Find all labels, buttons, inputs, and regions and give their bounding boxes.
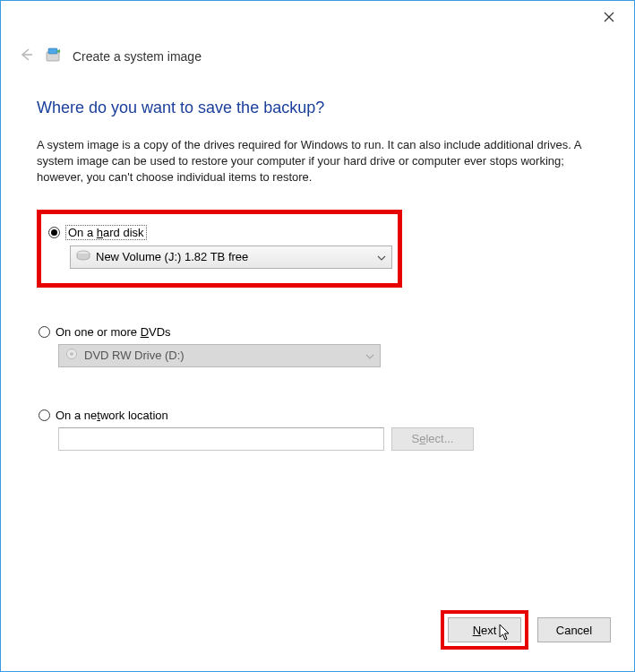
chevron-down-icon	[365, 350, 374, 361]
titlebar	[1, 1, 634, 35]
page-title: Create a system image	[73, 49, 202, 64]
wizard-window: Create a system image Where do you want …	[0, 0, 635, 672]
option-dvd-label: On one or more DVDs	[56, 325, 171, 339]
option-hard-disk[interactable]: On a hard disk	[48, 225, 390, 240]
main-description: A system image is a copy of the drives r…	[37, 137, 598, 186]
radio-icon	[48, 227, 60, 238]
close-icon[interactable]	[600, 11, 618, 25]
hard-disk-dropdown[interactable]: New Volume (J:) 1.82 TB free	[70, 246, 392, 269]
option-network-section: On a network location Select...	[37, 409, 598, 451]
chevron-down-icon	[377, 252, 386, 263]
next-button[interactable]: Next	[448, 617, 521, 642]
hard-disk-selected-value: New Volume (J:) 1.82 TB free	[96, 250, 372, 263]
back-arrow-icon	[17, 46, 35, 66]
drive-icon	[76, 250, 90, 263]
dvd-selected-value: DVD RW Drive (D:)	[84, 349, 360, 362]
network-row: Select...	[58, 427, 598, 451]
next-button-highlight: Next	[441, 610, 528, 650]
option-network[interactable]: On a network location	[37, 409, 598, 422]
main-heading: Where do you want to save the backup?	[37, 99, 598, 117]
option-network-label: On a network location	[56, 409, 168, 422]
cursor-icon	[499, 624, 511, 642]
network-path-input[interactable]	[58, 427, 384, 451]
svg-rect-2	[48, 48, 57, 54]
content: Where do you want to save the backup? A …	[1, 66, 634, 451]
svg-point-5	[71, 353, 73, 356]
option-hard-disk-label: On a hard disk	[65, 225, 147, 240]
dvd-dropdown: DVD RW Drive (D:)	[58, 344, 381, 367]
radio-icon	[39, 326, 50, 338]
option-dvd[interactable]: On one or more DVDs	[37, 325, 598, 339]
disc-icon	[64, 349, 79, 362]
footer: Next Cancel	[441, 610, 611, 650]
option-dvd-section: On one or more DVDs DVD RW Drive (D:)	[37, 325, 598, 367]
radio-icon	[39, 409, 50, 421]
app-icon	[46, 47, 62, 65]
cancel-button[interactable]: Cancel	[537, 617, 611, 642]
select-location-button: Select...	[391, 427, 474, 451]
header: Create a system image	[1, 35, 634, 66]
hard-disk-highlight: On a hard disk New Volume (J:) 1.82 TB f…	[37, 210, 402, 288]
